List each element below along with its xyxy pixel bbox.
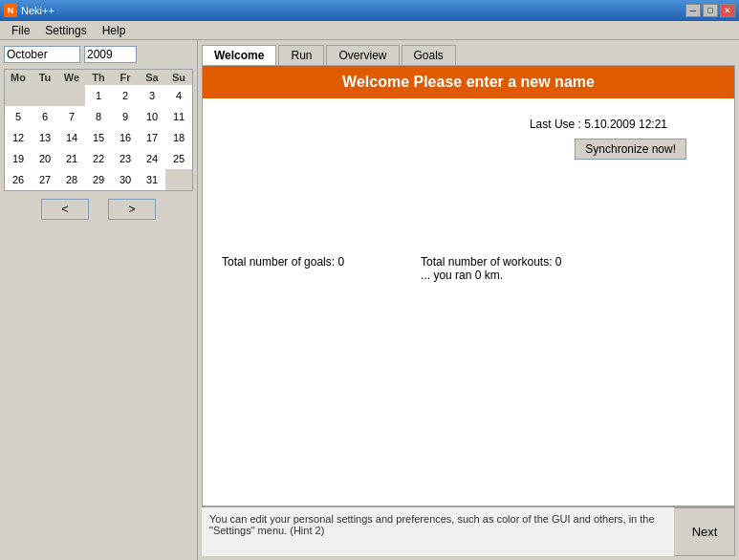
cal-day-6[interactable]: 6 xyxy=(32,106,58,127)
calendar-header: Mo Tu We Th Fr Sa Su xyxy=(5,70,192,85)
day-header-mo: Mo xyxy=(5,70,32,85)
prev-month-button[interactable]: < xyxy=(41,199,89,220)
menu-bar: File Settings Help xyxy=(0,21,739,40)
cal-day-13[interactable]: 13 xyxy=(32,127,58,148)
cal-day-30[interactable]: 30 xyxy=(112,169,139,190)
cal-day-21[interactable]: 21 xyxy=(58,148,85,169)
day-header-su: Su xyxy=(165,70,192,85)
month-year-selector: October January February March April May… xyxy=(0,40,197,69)
tab-goals[interactable]: Goals xyxy=(402,45,456,66)
cal-day-20[interactable]: 20 xyxy=(32,148,58,169)
day-header-sa: Sa xyxy=(139,70,165,85)
welcome-header: Welcome Please enter a new name xyxy=(203,66,734,98)
cal-day-31[interactable]: 31 xyxy=(139,169,165,190)
cal-day-5[interactable]: 5 xyxy=(5,106,32,127)
cal-day-26[interactable]: 26 xyxy=(5,169,32,190)
cal-day-12[interactable]: 12 xyxy=(5,127,32,148)
app-title: Neki++ xyxy=(21,5,54,16)
cal-day-10[interactable]: 10 xyxy=(139,106,165,127)
calendar: Mo Tu We Th Fr Sa Su 1 2 3 4 5 6 7 xyxy=(4,69,193,191)
cal-day-29[interactable]: 29 xyxy=(85,169,112,190)
cal-day-19[interactable]: 19 xyxy=(5,148,32,169)
cal-day-9[interactable]: 9 xyxy=(112,106,139,127)
day-header-we: We xyxy=(58,70,85,85)
next-button[interactable]: Next xyxy=(674,507,735,556)
cal-day-24[interactable]: 24 xyxy=(139,148,165,169)
cal-day-17[interactable]: 17 xyxy=(139,127,165,148)
cal-day-25[interactable]: 25 xyxy=(165,148,192,169)
cal-day-empty xyxy=(32,85,58,106)
next-month-button[interactable]: > xyxy=(108,199,156,220)
cal-day-4[interactable]: 4 xyxy=(165,85,192,106)
year-select[interactable]: 2009 2010 2008 xyxy=(84,46,137,63)
cal-day-23[interactable]: 23 xyxy=(112,148,139,169)
tab-welcome[interactable]: Welcome xyxy=(202,45,276,66)
cal-day-11[interactable]: 11 xyxy=(165,106,192,127)
cal-day-1[interactable]: 1 xyxy=(85,85,112,106)
menu-settings[interactable]: Settings xyxy=(37,22,94,39)
day-header-tu: Tu xyxy=(32,70,58,85)
cal-day-empty xyxy=(165,169,192,190)
content-body: Last Use : 5.10.2009 12:21 Synchronize n… xyxy=(203,98,734,506)
cal-day-8[interactable]: 8 xyxy=(85,106,112,127)
menu-help[interactable]: Help xyxy=(95,22,134,39)
calendar-nav: < > xyxy=(0,191,197,227)
hint-text: You can edit your personal settings and … xyxy=(202,507,674,556)
cal-day-7[interactable]: 7 xyxy=(58,106,85,127)
cal-day-empty xyxy=(58,85,85,106)
content-area: Welcome Please enter a new name xyxy=(202,65,735,506)
right-stats: Total number of workouts: 0 ... you ran … xyxy=(421,255,561,282)
day-header-th: Th xyxy=(85,70,112,85)
calendar-grid: 1 2 3 4 5 6 7 8 9 10 11 12 13 14 15 16 1… xyxy=(5,85,192,190)
menu-file[interactable]: File xyxy=(4,22,37,39)
cal-day-16[interactable]: 16 xyxy=(112,127,139,148)
cal-day-22[interactable]: 22 xyxy=(85,148,112,169)
cal-day-3[interactable]: 3 xyxy=(139,85,165,106)
maximize-button[interactable]: □ xyxy=(703,4,718,17)
tab-run[interactable]: Run xyxy=(278,45,324,66)
total-goals-label: Total number of goals: 0 xyxy=(222,255,344,282)
left-panel-bottom-space xyxy=(0,227,197,560)
cal-day-18[interactable]: 18 xyxy=(165,127,192,148)
total-workouts-label: Total number of workouts: 0 xyxy=(421,255,561,269)
title-bar-left: N Neki++ xyxy=(4,4,54,17)
cal-day-2[interactable]: 2 xyxy=(112,85,139,106)
month-select[interactable]: October January February March April May… xyxy=(4,46,80,63)
main-area: October January February March April May… xyxy=(0,40,739,560)
app-icon: N xyxy=(4,4,17,17)
minimize-button[interactable]: ─ xyxy=(685,4,701,17)
sync-button[interactable]: Synchronize now! xyxy=(575,139,686,160)
cal-day-14[interactable]: 14 xyxy=(58,127,85,148)
tab-overview[interactable]: Overview xyxy=(326,45,399,66)
day-header-fr: Fr xyxy=(112,70,139,85)
title-bar: N Neki++ ─ □ ✕ xyxy=(0,0,739,21)
left-panel: October January February March April May… xyxy=(0,40,198,560)
cal-day-15[interactable]: 15 xyxy=(85,127,112,148)
window-controls: ─ □ ✕ xyxy=(685,4,735,17)
right-panel: Welcome Run Overview Goals Welcome Pleas… xyxy=(198,40,739,560)
cal-day-28[interactable]: 28 xyxy=(58,169,85,190)
last-use-label: Last Use : 5.10.2009 12:21 xyxy=(530,118,667,131)
close-button[interactable]: ✕ xyxy=(720,4,735,17)
cal-day-27[interactable]: 27 xyxy=(32,169,58,190)
ran-km-label: ... you ran 0 km. xyxy=(421,269,561,282)
cal-day-empty xyxy=(5,85,32,106)
tab-bar: Welcome Run Overview Goals xyxy=(198,40,739,65)
bottom-bar: You can edit your personal settings and … xyxy=(202,506,735,556)
